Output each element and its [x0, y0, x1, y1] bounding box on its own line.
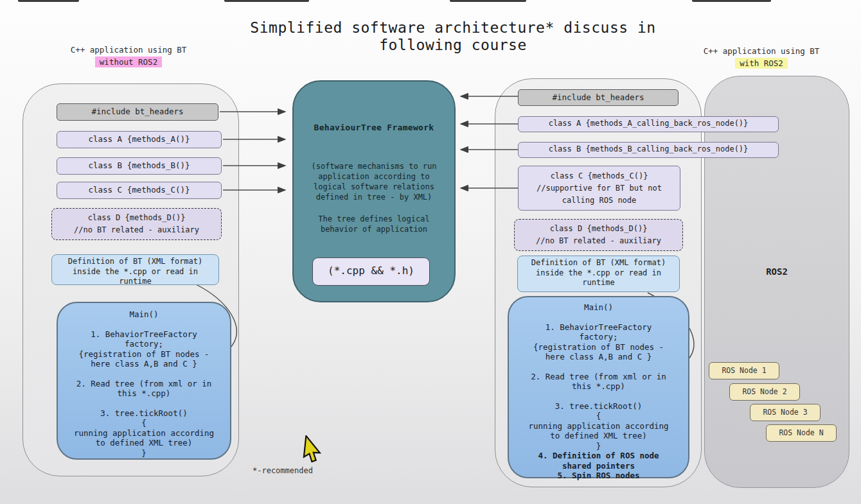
- right-class-d-box: class D {methods_D()} //no BT related - …: [514, 219, 683, 251]
- ros-node-3: ROS Node 3: [750, 404, 821, 421]
- right-class-c-box: class C {methods_C()} //supportive for B…: [518, 166, 680, 211]
- without-ros2-highlight: without ROS2: [95, 56, 162, 67]
- with-ros2-highlight: with ROS2: [735, 58, 788, 69]
- ros-node-n: ROS Node N: [766, 424, 837, 442]
- left-main-box: Main() 1. BehaviorTreeFactory factory; {…: [57, 302, 231, 460]
- recommended-footnote: *-recommended: [253, 466, 313, 475]
- top-edge-artifact: [224, 0, 309, 2]
- page-title: Simplified software architecture* discus…: [193, 19, 713, 54]
- right-main-box: Main() 1. BehaviorTreeFactory factory; {…: [508, 296, 689, 478]
- right-header-line1: C++ application using BT: [671, 45, 851, 57]
- left-class-c-box: class C {methods_C()}: [57, 182, 222, 199]
- left-header-line1: C++ application using BT: [39, 44, 218, 56]
- right-column-header: C++ application using BT with ROS2: [671, 45, 851, 69]
- right-main-text: Main() 1. BehaviorTreeFactory factory; {…: [509, 302, 688, 451]
- top-edge-artifact: [18, 0, 79, 2]
- right-class-b-box: class B {methods_B_calling_back_ros_node…: [518, 142, 779, 158]
- top-edge-artifact: [450, 0, 526, 2]
- cursor-pointer: [299, 435, 325, 466]
- left-bt-definition-box: Definition of BT (XML format) inside the…: [51, 254, 219, 285]
- ros-node-2: ROS Node 2: [729, 383, 800, 401]
- left-class-a-box: class A {methods_A()}: [57, 131, 222, 148]
- right-class-a-box: class A {methods_A_calling_back_ros_node…: [518, 116, 779, 132]
- ros-node-1: ROS Node 1: [709, 362, 779, 379]
- framework-title: BehaviourTree Framework: [294, 123, 454, 132]
- left-include-box: #include bt_headers: [57, 103, 218, 121]
- right-bt-definition-box: Definition of BT (XML format) inside the…: [517, 256, 680, 292]
- cpp-files-box: (*.cpp && *.h): [312, 257, 430, 286]
- architecture-diagram: Simplified software architecture* discus…: [0, 0, 861, 504]
- ros2-title: ROS2: [705, 266, 849, 277]
- right-include-box: #include bt_headers: [518, 89, 679, 106]
- top-edge-artifact: [692, 0, 771, 2]
- behaviourtree-framework-box: BehaviourTree Framework (software mechan…: [292, 80, 456, 302]
- right-main-ros-steps: 4. Definition of ROS node shared pointer…: [509, 451, 688, 480]
- left-class-b-box: class B {methods_B()}: [57, 157, 222, 175]
- left-class-d-box: class D {methods_D()} //no BT related - …: [51, 208, 222, 240]
- framework-description-2: The tree defines logical behavior of app…: [294, 214, 454, 234]
- framework-description: (software mechanisms to run application …: [294, 161, 454, 202]
- left-column-header: C++ application using BT without ROS2: [39, 44, 218, 68]
